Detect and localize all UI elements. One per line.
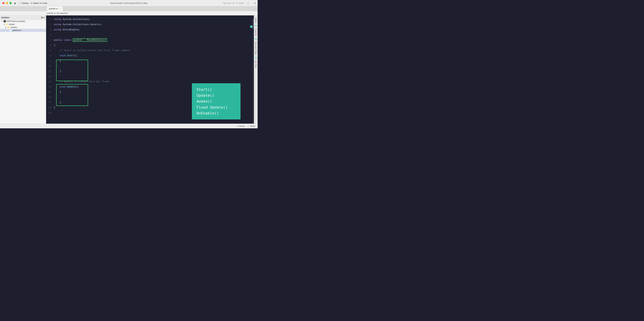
line-content-8: void Start() (54, 53, 254, 58)
popup-item-fixedupdate[interactable]: Fixed Update() (196, 104, 236, 110)
line-content-12 (54, 74, 254, 79)
breadcrumb: pubVar ► No selection (0, 11, 258, 15)
search-bar[interactable]: 🔍 Press '⌘.' to search (223, 2, 244, 4)
sidebar-assets-label: Assets (9, 23, 15, 25)
assets-triangle-icon: ▼ (3, 23, 5, 25)
scenes-triangle-icon: ▶ (5, 26, 6, 28)
line-num-6: 6 (46, 43, 54, 48)
line-num-16: 16 (46, 95, 54, 100)
line-content-5: public class pubVar : MonoBehaviour (54, 37, 254, 42)
document-outline-panel[interactable]: Document Outline (254, 40, 257, 56)
tasks-label: Tasks (250, 125, 255, 127)
popup-item-start[interactable]: Start() (196, 87, 236, 92)
line-num-13: 13 (46, 79, 54, 84)
sidebar-project-label: OOP-Demo (master) (7, 20, 25, 22)
scenes-folder-icon: 📁 (7, 26, 10, 28)
line-num-10: 10 (46, 64, 54, 69)
errors-label: Errors (239, 125, 245, 127)
sidebar-item-project[interactable]: ▼ ⬛ OOP-Demo (master) (0, 20, 46, 23)
traffic-lights (2, 2, 12, 4)
popup-item-update[interactable]: Update() (196, 92, 236, 98)
info-button[interactable]: ⓘ (247, 2, 249, 5)
debug-label: Debug (22, 2, 28, 4)
code-line-4: 4 (46, 32, 254, 37)
code-line-7: 7 // Start is called before the first fr… (46, 48, 254, 53)
file-tab[interactable]: pubVar.cs × (47, 6, 63, 11)
code-line-1: 1 using System.Collections; (46, 17, 254, 22)
debug-menu[interactable]: ⬜ Debug › ⊙ Attach to Unity (18, 2, 47, 4)
line-content-10 (54, 63, 254, 68)
sidebar-scenes-label: Scenes (10, 26, 17, 28)
right-panel: Toolbox Properties Document Outline Unit… (254, 15, 258, 124)
minimize-button[interactable] (6, 2, 8, 4)
popup-item-awake[interactable]: Awake() (196, 98, 236, 104)
sidebar-title: Solution (1, 16, 10, 19)
triangle-icon: ▼ (1, 20, 3, 22)
check-icon: ✓ (247, 125, 249, 127)
code-line-5: 5 public class pubVar : MonoBehaviour (46, 37, 254, 43)
line-num-1: 1 (46, 17, 54, 22)
line-num-12: 12 (46, 74, 54, 79)
toolbox-panel[interactable]: Toolbox (254, 16, 257, 24)
line-content-1: using System.Collections; (54, 17, 254, 22)
sidebar-item-scenes[interactable]: ▶ 📁 Scenes (0, 26, 46, 29)
tab-close-button[interactable]: × (59, 8, 61, 10)
code-line-9: 9 { (46, 58, 254, 63)
panel-dot-1 (255, 25, 256, 26)
code-line-8: 8 void Start() (46, 53, 254, 58)
code-line-11: 11 } (46, 69, 254, 74)
line-content-11: } (54, 69, 254, 74)
teal-popup[interactable]: Start() Update() Awake() Fixed Update() … (192, 83, 240, 119)
scrollbar[interactable] (252, 15, 254, 124)
sidebar-header: Solution ⊟ × (0, 15, 46, 20)
sidebar-item-assets[interactable]: ▼ 📁 Assets (0, 23, 46, 26)
properties-panel[interactable]: Properties (254, 27, 257, 37)
editor-area[interactable]: 1 using System.Collections; 2 using Syst… (46, 15, 254, 124)
error-icon: ⚠ (237, 125, 239, 127)
scrollbar-thumb[interactable] (253, 19, 254, 29)
unity-icon: ⊙ (30, 2, 32, 4)
sidebar-collapse-icon[interactable]: ⊟ (41, 16, 43, 19)
line-num-7: 7 (46, 48, 54, 53)
line-num-15: 15 (46, 90, 54, 95)
search-placeholder: Press '⌘.' to search (226, 2, 244, 4)
sidebar-item-pubvar[interactable]: 📄 pubVar.cs (0, 29, 46, 32)
debug-icon: ⬜ (18, 2, 21, 4)
breadcrumb-file: pubVar (47, 12, 53, 14)
unit-tests-panel[interactable]: Unit Tests (254, 59, 257, 69)
breadcrumb-separator: › (29, 2, 30, 4)
assets-folder-icon: 📁 (6, 23, 8, 25)
panel-dot-3 (255, 57, 256, 58)
line-num-18: 18 (46, 105, 54, 110)
line-num-8: 8 (46, 53, 54, 58)
line-content-3: using UnityEngine; (54, 27, 254, 32)
line-num-11: 11 (46, 69, 54, 74)
sidebar-close-icon[interactable]: × (44, 16, 44, 19)
line-num-2: 2 (46, 22, 54, 27)
line-num-19: 19 (46, 110, 54, 115)
line-content-9: { (54, 58, 254, 63)
popup-item-onenable[interactable]: OnEnable() (196, 110, 236, 116)
maximize-button[interactable] (10, 2, 12, 4)
code-line-12: 12 (46, 74, 254, 79)
code-line-3: 3 using UnityEngine; (46, 27, 254, 32)
line-num-17: 17 (46, 100, 54, 105)
code-line-6: 6 { (46, 43, 254, 48)
bottombar: ⚠ Errors ✓ Tasks (0, 124, 258, 128)
project-icon: ⬛ (4, 20, 6, 22)
main-layout: Solution ⊟ × ▼ ⬛ OOP-Demo (master) ▼ 📁 A… (0, 15, 258, 124)
expander-button[interactable]: ⊞ (254, 2, 256, 4)
play-button[interactable]: ▶ (14, 1, 17, 5)
close-button[interactable] (2, 2, 4, 4)
line-num-14: 14 (46, 84, 54, 89)
line-content-2: using System.Collections.Generic; (54, 22, 254, 27)
sidebar-header-icons: ⊟ × (41, 16, 44, 19)
panel-dot-2 (255, 38, 256, 39)
line-num-5: 5 (46, 38, 54, 43)
line-content-7: // Start is called before the first fram… (54, 48, 254, 53)
code-line-2: 2 using System.Collections.Generic; (46, 22, 254, 27)
tasks-item[interactable]: ✓ Tasks (247, 125, 255, 127)
breadcrumb-selection: No selection (57, 12, 68, 14)
sidebar: Solution ⊟ × ▼ ⬛ OOP-Demo (master) ▼ 📁 A… (0, 15, 46, 124)
errors-item[interactable]: ⚠ Errors (237, 125, 245, 127)
